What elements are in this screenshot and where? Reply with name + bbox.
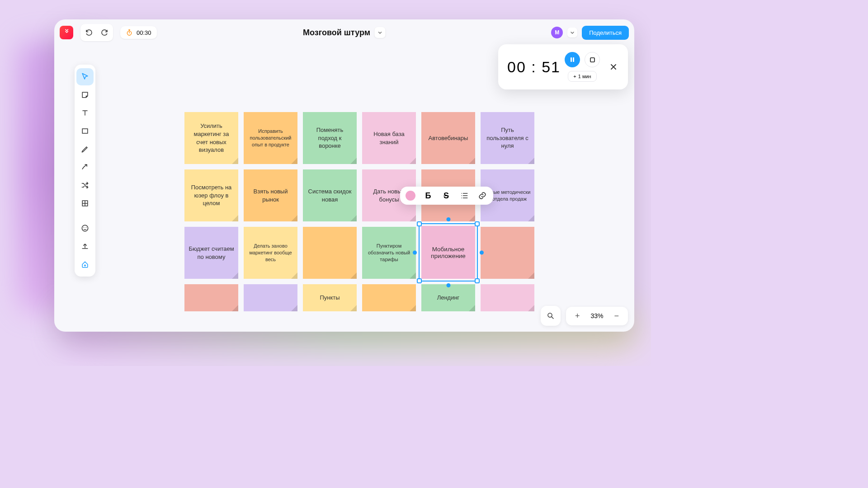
timer-close-button[interactable]	[608, 61, 619, 72]
search-icon	[547, 312, 555, 320]
invite-dropdown[interactable]	[567, 28, 577, 38]
timer-stop-button[interactable]	[585, 52, 600, 67]
zoom-in-button[interactable]: +	[573, 311, 582, 321]
timer-pill[interactable]: 00:30	[120, 26, 157, 39]
tool-home[interactable]	[76, 256, 94, 273]
sticky-note[interactable]: Усилить маркетинг за счет новых визуалов	[184, 112, 238, 164]
tool-emoji[interactable]	[76, 220, 94, 237]
tool-upload[interactable]	[76, 238, 94, 255]
chevron-down-icon	[570, 30, 575, 35]
tool-sticky-note[interactable]	[76, 86, 94, 103]
sticky-note[interactable]: Посмотреть на юзер флоу в целом	[184, 169, 238, 221]
svg-point-4	[84, 227, 85, 228]
sticky-note[interactable]: Делать заново маркетинг вообще весь	[244, 227, 297, 279]
zoom-value[interactable]: 33%	[590, 312, 603, 319]
sticky-note[interactable]	[481, 227, 534, 279]
topbar: 00:30 Мозговой штурм M Поделиться	[60, 24, 629, 41]
timer-add-minute-button[interactable]: + 1 мин	[568, 71, 596, 82]
tool-random[interactable]	[76, 177, 94, 194]
plus-icon: +	[573, 74, 576, 79]
list-button[interactable]	[459, 190, 470, 201]
sticky-note[interactable]: Пунктиром обозначить новый тарифы	[362, 227, 416, 279]
sticky-note[interactable]	[184, 284, 238, 311]
home-plus-icon	[80, 260, 90, 269]
tool-select[interactable]	[76, 68, 94, 85]
bold-button[interactable]: Б	[423, 190, 434, 201]
sticky-note[interactable]: Пункты	[303, 284, 357, 311]
share-button[interactable]: Поделиться	[582, 26, 629, 40]
svg-point-5	[86, 227, 87, 228]
zoom-out-button[interactable]: −	[612, 311, 621, 321]
board-title[interactable]: Мозговой штурм	[303, 28, 370, 38]
tool-connector[interactable]	[76, 159, 94, 176]
emoji-icon	[80, 224, 90, 233]
sticky-note-selected[interactable]: Мобильное приложение	[421, 226, 475, 279]
timer-add-label: 1 мин	[578, 74, 591, 79]
tool-text[interactable]	[76, 104, 94, 122]
strikethrough-button[interactable]: S	[441, 190, 452, 201]
sticky-note[interactable]	[481, 284, 534, 311]
app-window: 00:30 Мозговой штурм M Поделиться	[54, 19, 634, 332]
sticky-note[interactable]: Бюджет считаем по новому	[184, 227, 238, 279]
pencil-icon	[80, 145, 90, 154]
sticky-note[interactable]: Лендинг	[421, 284, 475, 311]
timer-pause-button[interactable]	[565, 52, 580, 67]
tool-shape[interactable]	[76, 122, 94, 140]
link-button[interactable]	[477, 190, 488, 201]
svg-point-3	[82, 225, 88, 231]
search-button[interactable]	[541, 306, 561, 326]
sticky-note[interactable]: Поменять подход к воронке	[303, 112, 357, 164]
sticky-note[interactable]: Исправить пользовательский опыт в продук…	[244, 112, 297, 164]
svg-rect-7	[573, 57, 574, 62]
sticky-note[interactable]	[362, 284, 416, 311]
tool-grid[interactable]	[76, 195, 94, 212]
tools-panel	[75, 65, 95, 277]
sticky-note[interactable]: Автовебинары	[421, 112, 475, 164]
chevron-down-icon	[378, 30, 382, 35]
sticky-note[interactable]	[244, 284, 297, 311]
user-avatar[interactable]: M	[551, 27, 563, 38]
undo-button[interactable]	[82, 26, 96, 39]
timer-display: 00 : 51	[507, 58, 561, 76]
title-dropdown[interactable]	[375, 27, 386, 38]
timer-panel: 00 : 51 + 1 мин	[498, 44, 628, 89]
grid-icon	[80, 199, 90, 208]
rectangle-icon	[80, 127, 90, 136]
shuffle-icon	[80, 181, 90, 190]
sticky-note[interactable]: Система скидок новая	[303, 169, 357, 221]
redo-button[interactable]	[98, 26, 111, 39]
sticky-note[interactable]: Путь пользователя с нуля	[481, 112, 534, 164]
list-icon	[460, 191, 469, 200]
floating-format-toolbar: Б S	[400, 187, 493, 205]
svg-rect-8	[590, 57, 594, 61]
tool-pen[interactable]	[76, 141, 94, 158]
sticky-note[interactable]: Взять новый рынок	[244, 169, 297, 221]
zoom-bar: + 33% −	[541, 306, 628, 326]
close-icon	[610, 63, 617, 70]
stop-icon	[590, 57, 595, 62]
stopwatch-icon	[126, 29, 133, 36]
sticky-note[interactable]: Новая база знаний	[362, 112, 416, 164]
upload-icon	[80, 242, 90, 251]
cursor-icon	[80, 72, 90, 81]
text-icon	[80, 108, 90, 117]
link-icon	[478, 191, 487, 200]
arrow-icon	[80, 163, 90, 172]
sticky-note[interactable]	[303, 227, 357, 279]
sticky-note-icon	[80, 90, 90, 99]
note-color-swatch[interactable]	[406, 191, 415, 201]
pause-icon	[570, 57, 575, 62]
app-logo[interactable]	[60, 26, 73, 39]
timer-pill-value: 00:30	[137, 29, 151, 36]
svg-point-9	[548, 313, 552, 317]
svg-rect-6	[571, 57, 572, 62]
svg-rect-1	[82, 129, 88, 133]
